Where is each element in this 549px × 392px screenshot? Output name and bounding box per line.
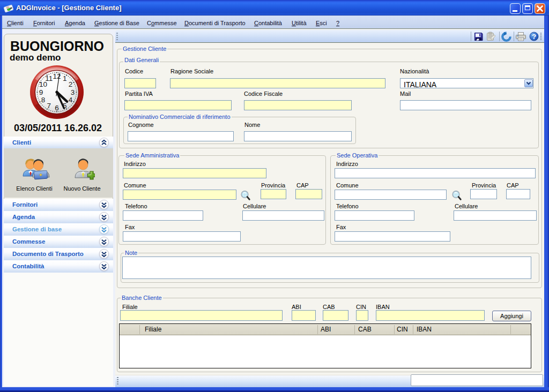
svg-text:8: 8 <box>41 96 46 104</box>
svg-text:7: 7 <box>47 102 51 110</box>
svg-text:6: 6 <box>55 104 59 112</box>
svg-text:9: 9 <box>39 88 43 96</box>
svg-text:3: 3 <box>71 88 75 96</box>
svg-text:4: 4 <box>69 96 73 104</box>
svg-text:?: ? <box>532 33 536 41</box>
svg-text:1: 1 <box>63 74 67 82</box>
svg-text:2: 2 <box>69 80 73 88</box>
svg-text:11: 11 <box>45 74 53 82</box>
